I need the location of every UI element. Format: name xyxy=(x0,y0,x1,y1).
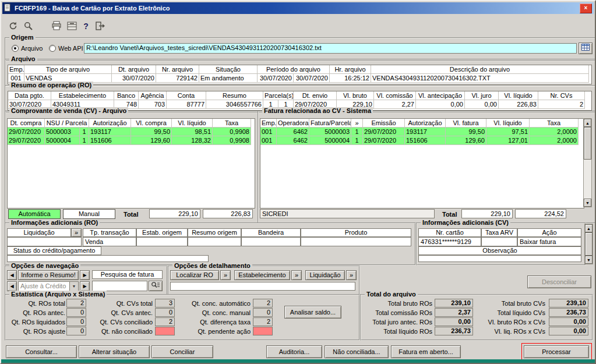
cell[interactable]: 193117 xyxy=(405,128,446,136)
cell[interactable]: 129,60 xyxy=(446,136,486,145)
estabelecimento-button[interactable]: Estabelecimento xyxy=(234,270,290,280)
cell[interactable]: 226,83 xyxy=(499,100,538,109)
cell[interactable]: 5000003 xyxy=(45,128,80,136)
cell[interactable]: 5000003 xyxy=(309,128,351,136)
exit-button[interactable] xyxy=(93,19,107,33)
radio-web-api[interactable] xyxy=(49,45,56,52)
cell[interactable]: 2,0000 xyxy=(530,136,579,145)
desconciliar-button[interactable]: Desconciliar xyxy=(527,275,591,288)
cell[interactable]: 193117 xyxy=(89,128,131,136)
title-bar[interactable]: FCRFP169 - Baixa de Cartão por Extrato E… xyxy=(2,2,594,14)
prev-ajuste-button[interactable]: ◀ xyxy=(7,281,17,291)
cell[interactable]: 30/07/2020 xyxy=(294,74,330,83)
cell[interactable]: 0,00 xyxy=(465,100,499,109)
cell[interactable]: 1 xyxy=(80,136,89,145)
scroll-up-button[interactable]: ▲ xyxy=(584,119,591,127)
cell[interactable]: 30/07/2020 xyxy=(112,74,156,83)
cell[interactable]: 001 xyxy=(260,128,277,136)
cell[interactable]: 001 xyxy=(260,136,277,145)
cell[interactable]: 1 xyxy=(351,136,363,145)
side-scrollbar[interactable]: ▲ ▼ xyxy=(584,224,593,264)
detalhamento-field[interactable] xyxy=(170,282,355,291)
manual-toggle[interactable]: Manual xyxy=(63,209,115,219)
fatura-scrollbar[interactable]: ▲ ▼ xyxy=(583,118,592,207)
cell[interactable]: 128,32 xyxy=(172,136,213,145)
automatica-toggle[interactable]: Automática xyxy=(8,209,61,219)
nao-conciliada-button[interactable]: Não conciliada... xyxy=(325,345,389,358)
status-credito-field[interactable] xyxy=(7,255,209,262)
cell[interactable]: 5000004 xyxy=(309,136,351,145)
cell[interactable]: 6462 xyxy=(277,128,309,136)
next-ajuste-button[interactable]: ▶ xyxy=(80,281,90,291)
informe-resumo-button[interactable]: Informe o Resumo! xyxy=(18,270,79,280)
scroll-up-button[interactable]: ▲ xyxy=(585,224,593,232)
nr-cartao-field[interactable]: 476331******9129 xyxy=(418,237,481,246)
cell[interactable]: 29/07/2020 xyxy=(8,136,45,145)
liquidacao-expand-button[interactable]: » xyxy=(71,228,82,237)
liquidacao-expand-button[interactable]: » xyxy=(346,270,357,280)
cell[interactable]: 0,9908 xyxy=(213,128,251,136)
cell[interactable]: 2,27 xyxy=(374,100,416,109)
analisar-saldo-button[interactable]: Analisar saldo... xyxy=(284,306,341,319)
cell[interactable]: 2,0000 xyxy=(530,128,579,136)
search-button[interactable] xyxy=(21,19,36,33)
cell[interactable]: 0,00 xyxy=(416,100,465,109)
resumo-origem-field[interactable] xyxy=(188,237,241,246)
localizar-ro-expand-button[interactable]: » xyxy=(220,270,231,280)
cell[interactable]: 729142 xyxy=(156,74,199,83)
cell[interactable]: 1 xyxy=(351,128,363,136)
bandeira-field[interactable] xyxy=(241,237,301,246)
help-button[interactable]: ? xyxy=(79,19,93,33)
close-button[interactable]: × xyxy=(580,3,592,13)
cell[interactable]: 703 xyxy=(139,100,167,109)
cell[interactable]: 87777 xyxy=(167,100,206,109)
browse-button[interactable] xyxy=(579,43,593,54)
refresh-button[interactable] xyxy=(6,19,20,33)
conciliar-button[interactable]: Conciliar xyxy=(151,345,213,358)
cell[interactable]: 29/07/2020 xyxy=(363,128,405,136)
taxa-arv-field[interactable] xyxy=(481,237,517,246)
archive-button[interactable] xyxy=(65,19,79,33)
liquidacao-button[interactable]: Liquidação xyxy=(305,270,345,280)
prev-resumo-button[interactable]: ◀ xyxy=(7,270,17,280)
cell[interactable]: 98,51 xyxy=(172,128,213,136)
cell[interactable]: Em andamento xyxy=(199,74,258,83)
cell[interactable]: 99,50 xyxy=(446,128,486,136)
next-resumo-button[interactable]: ▶ xyxy=(80,270,90,280)
estab-origem-field[interactable] xyxy=(136,237,188,246)
tp-transacao-field[interactable]: Venda xyxy=(83,237,136,246)
cell[interactable]: 3046557766 xyxy=(206,100,263,109)
pesquisa-fatura-button[interactable] xyxy=(149,281,163,291)
fatura-em-aberto-button[interactable]: Fatura em aberto... xyxy=(391,345,461,358)
cell[interactable]: 129,60 xyxy=(131,136,172,145)
scroll-thumb[interactable] xyxy=(584,127,591,160)
cell[interactable]: VENDAS4304931120200730416302.TXT xyxy=(371,74,589,83)
cell[interactable]: 2 xyxy=(538,100,585,109)
cell[interactable]: 151606 xyxy=(89,136,131,145)
pesquisa-fatura-input[interactable] xyxy=(92,281,147,291)
cell[interactable]: 5000004 xyxy=(45,136,80,145)
acao-field[interactable]: Baixar fatura xyxy=(517,237,581,246)
estabelecimento-expand-button[interactable]: » xyxy=(291,270,302,280)
localizar-ro-button[interactable]: Localizar RO xyxy=(170,270,219,280)
scroll-thumb[interactable] xyxy=(585,232,593,256)
cell[interactable]: 6462 xyxy=(277,136,309,145)
cell[interactable]: 127,01 xyxy=(486,136,530,145)
dropdown-arrow-icon[interactable]: ▼ xyxy=(69,282,78,291)
cell[interactable]: 16:25:12 xyxy=(330,74,371,83)
observacao-field[interactable] xyxy=(418,255,581,262)
cell[interactable]: 151606 xyxy=(405,136,446,145)
print-button[interactable] xyxy=(49,19,64,33)
cell[interactable]: 0,9908 xyxy=(213,136,251,145)
cell[interactable]: 1 xyxy=(80,128,89,136)
cell[interactable]: 30/07/2020 xyxy=(258,74,294,83)
scroll-down-button[interactable]: ▼ xyxy=(584,199,591,207)
cell[interactable]: 99,50 xyxy=(131,128,172,136)
alterar-situacao-button[interactable]: Alterar situação xyxy=(79,345,150,358)
consultar-button[interactable]: Consultar... xyxy=(6,345,77,358)
liquidacao-field[interactable] xyxy=(7,237,82,246)
file-path-input[interactable]: R:\Leandro Vaneti\Arquivos_testes_sicred… xyxy=(84,43,577,54)
ajuste-combo[interactable]: Ajuste à Crédito ▼ xyxy=(18,281,79,291)
produto-field[interactable] xyxy=(301,237,411,246)
radio-arquivo[interactable] xyxy=(12,45,19,52)
